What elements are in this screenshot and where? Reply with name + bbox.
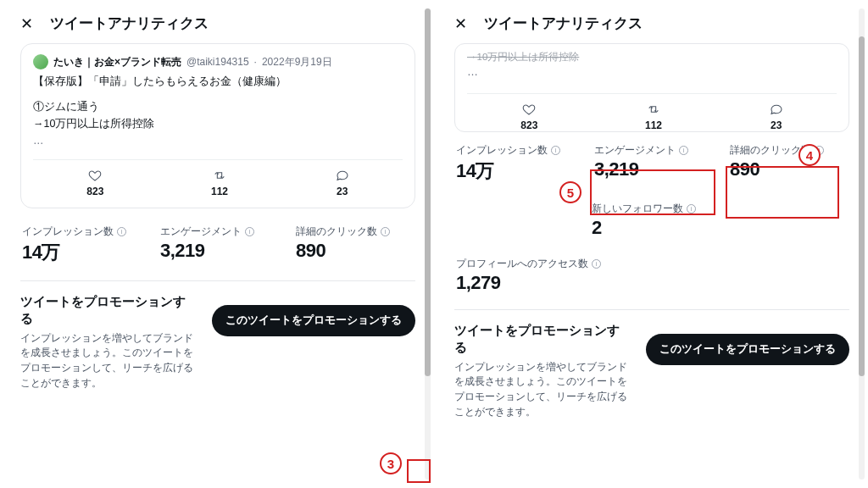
annotation-5: 5 [559,181,581,203]
info-icon[interactable]: i [551,146,560,155]
retweets-count: 112 [211,186,228,197]
retweets-stat[interactable]: 112 [211,169,228,197]
analytics-panel-left: ✕ ツイートアナリティクス たいき｜お金×ブランド転売 @taiki194315… [0,0,434,488]
info-icon[interactable]: i [245,227,254,236]
replies-stat[interactable]: 23 [770,103,783,131]
replies-count: 23 [771,119,782,131]
promo-section: ツイートをプロモーションする インプレッションを増やしてブランドを成長させましょ… [454,322,849,420]
heart-icon [88,169,102,182]
annotation-box-5 [590,169,715,215]
tweet-card: たいき｜お金×ブランド転売 @taiki194315 · 2022年9月19日 … [20,43,415,208]
reply-icon [336,169,349,182]
scrollbar-thumb[interactable] [859,36,865,375]
likes-count: 823 [520,119,537,131]
tweet-header: たいき｜お金×ブランド転売 @taiki194315 · 2022年9月19日 [33,54,403,69]
promote-button[interactable]: このツイートをプロモーションする [646,334,849,365]
metrics-row: インプレッション数i 14万 エンゲージメントi 3,219 詳細のクリック数i… [20,220,415,275]
metric-label: エンゲージメント [160,225,242,238]
scrollbar-thumb[interactable] [425,8,431,376]
promo-desc: インプレッションを増やしてブランドを成長させましょう。このツイートをプロモーショ… [454,360,631,420]
analytics-panel-right: ✕ ツイートアナリティクス →10万円以上は所得控除 … 823 112 23 … [434,0,868,488]
tweet-ellipsis[interactable]: … [467,64,837,83]
tweet-body: 【保存版】「申請」したらもらえるお金（健康編） ①ジムに通う →10万円以上は所… [33,73,403,149]
metric-engagements: エンゲージメントi 3,219 [160,225,262,265]
annotation-box-3 [407,459,431,483]
likes-stat[interactable]: 823 [86,169,103,197]
metric-label: プロフィールへのアクセス数 [456,258,588,270]
separator-dot: · [254,56,257,68]
heart-icon [522,103,536,116]
replies-count: 23 [337,186,348,197]
divider [454,309,849,310]
close-icon[interactable]: ✕ [454,14,467,33]
metric-label: エンゲージメント [594,144,676,157]
snippet-line: →10万円以上は所得控除 [467,51,837,64]
page-title: ツイートアナリティクス [50,14,209,33]
close-icon[interactable]: ✕ [20,14,33,33]
tweet-line: ①ジムに通う [33,98,403,115]
promo-section: ツイートをプロモーションする インプレッションを増やしてブランドを成長させましょ… [20,293,415,391]
likes-count: 823 [86,186,103,197]
engagement-row: 823 112 23 [33,159,403,197]
annotation-4: 4 [798,144,821,166]
metric-detail-clicks: 詳細のクリック数i 890 [296,225,398,265]
tweet-handle: @taiki194315 [186,56,249,68]
metric-value: 1,279 [456,272,601,294]
metrics-grid: インプレッション数i 14万 エンゲージメントi 3,219 詳細のクリック数i… [454,139,849,304]
tweet-snippet: →10万円以上は所得控除 … 823 112 23 [454,43,849,132]
retweet-icon [213,169,226,182]
tweet-username: たいき｜お金×ブランド転売 [53,55,181,69]
divider [20,280,415,281]
metric-label: インプレッション数 [22,225,114,238]
likes-stat[interactable]: 823 [520,103,537,131]
tweet-line: 【保存版】「申請」したらもらえるお金（健康編） [33,73,403,90]
metric-profile-visits: プロフィールへのアクセス数i 1,279 [456,258,601,294]
tweet-ellipsis[interactable]: … [33,132,403,149]
tweet-date: 2022年9月19日 [262,55,332,69]
info-icon[interactable]: i [381,227,390,236]
promo-desc: インプレッションを増やしてブランドを成長させましょう。このツイートをプロモーショ… [20,331,197,391]
retweets-stat[interactable]: 112 [645,103,662,131]
metric-value: 890 [296,240,398,262]
metric-label: 詳細のクリック数 [296,225,377,238]
promo-title: ツイートをプロモーションする [454,322,631,357]
retweet-icon [647,103,660,116]
info-icon[interactable]: i [592,259,601,269]
annotation-box-4 [726,166,839,219]
metric-value: 2 [592,217,696,239]
info-icon[interactable]: i [679,146,688,155]
scrollbar[interactable] [425,8,431,480]
metric-spacer [456,202,558,239]
promo-title: ツイートをプロモーションする [20,293,197,328]
scrollbar[interactable] [859,8,865,480]
metric-value: 14万 [22,240,126,265]
info-icon[interactable]: i [117,227,126,236]
metric-label: インプレッション数 [456,144,548,157]
avatar [33,54,48,69]
tweet-line: →10万円以上は所得控除 [33,115,403,132]
metric-impressions: インプレッション数i 14万 [22,225,126,265]
reply-icon [770,103,783,116]
panel-header: ✕ ツイートアナリティクス [454,14,849,33]
annotation-3: 3 [380,452,402,474]
metric-impressions: インプレッション数i 14万 [456,144,560,184]
panel-header: ✕ ツイートアナリティクス [20,14,415,33]
metric-value: 3,219 [160,240,262,262]
page-title: ツイートアナリティクス [484,14,643,33]
replies-stat[interactable]: 23 [336,169,349,197]
promote-button[interactable]: このツイートをプロモーションする [212,305,415,336]
retweets-count: 112 [645,119,662,131]
metric-value: 14万 [456,158,560,184]
